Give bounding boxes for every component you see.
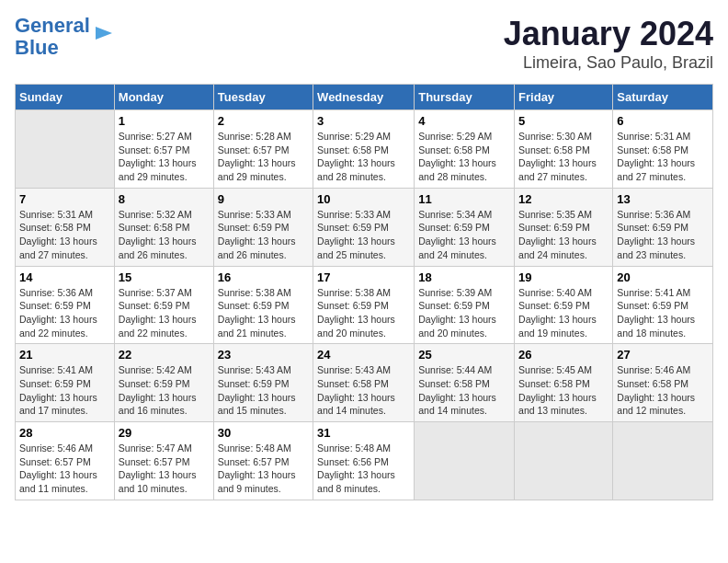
calendar-cell: 15Sunrise: 5:37 AM Sunset: 6:59 PM Dayli… xyxy=(114,266,213,344)
day-info: Sunrise: 5:48 AM Sunset: 6:56 PM Dayligh… xyxy=(317,442,410,496)
calendar-table: SundayMondayTuesdayWednesdayThursdayFrid… xyxy=(15,84,713,500)
day-info: Sunrise: 5:45 AM Sunset: 6:58 PM Dayligh… xyxy=(518,363,609,418)
day-info: Sunrise: 5:44 AM Sunset: 6:58 PM Dayligh… xyxy=(418,363,510,418)
calendar-cell: 6Sunrise: 5:31 AM Sunset: 6:58 PM Daylig… xyxy=(613,110,713,189)
calendar-cell: 18Sunrise: 5:39 AM Sunset: 6:59 PM Dayli… xyxy=(415,266,515,344)
day-number: 31 xyxy=(317,426,410,440)
day-number: 16 xyxy=(218,270,309,284)
calendar-week-row: 14Sunrise: 5:36 AM Sunset: 6:59 PM Dayli… xyxy=(16,266,713,344)
day-info: Sunrise: 5:29 AM Sunset: 6:58 PM Dayligh… xyxy=(418,130,510,184)
calendar-week-row: 7Sunrise: 5:31 AM Sunset: 6:58 PM Daylig… xyxy=(16,188,713,266)
day-number: 20 xyxy=(617,270,709,284)
day-number: 11 xyxy=(418,192,510,206)
day-info: Sunrise: 5:38 AM Sunset: 6:59 PM Dayligh… xyxy=(218,286,309,340)
day-info: Sunrise: 5:37 AM Sunset: 6:59 PM Dayligh… xyxy=(119,286,210,340)
day-info: Sunrise: 5:42 AM Sunset: 6:59 PM Dayligh… xyxy=(119,363,210,418)
day-info: Sunrise: 5:40 AM Sunset: 6:59 PM Dayligh… xyxy=(518,286,609,340)
calendar-cell: 23Sunrise: 5:43 AM Sunset: 6:59 PM Dayli… xyxy=(213,344,313,422)
day-number: 24 xyxy=(317,348,410,362)
day-info: Sunrise: 5:46 AM Sunset: 6:58 PM Dayligh… xyxy=(617,363,709,418)
day-number: 4 xyxy=(418,114,510,128)
calendar-header-tuesday: Tuesday xyxy=(213,85,313,110)
title-block: January 2024 Limeira, Sao Paulo, Brazil xyxy=(504,15,713,73)
day-number: 5 xyxy=(518,114,609,128)
calendar-cell: 16Sunrise: 5:38 AM Sunset: 6:59 PM Dayli… xyxy=(213,266,313,344)
calendar-cell: 24Sunrise: 5:43 AM Sunset: 6:58 PM Dayli… xyxy=(313,344,415,422)
day-info: Sunrise: 5:41 AM Sunset: 6:59 PM Dayligh… xyxy=(19,363,110,418)
day-number: 3 xyxy=(317,114,410,128)
day-number: 19 xyxy=(518,270,609,284)
day-info: Sunrise: 5:31 AM Sunset: 6:58 PM Dayligh… xyxy=(19,208,110,262)
day-number: 13 xyxy=(617,192,709,206)
day-number: 12 xyxy=(518,192,609,206)
calendar-cell xyxy=(515,422,613,500)
day-info: Sunrise: 5:35 AM Sunset: 6:59 PM Dayligh… xyxy=(518,208,609,262)
day-info: Sunrise: 5:39 AM Sunset: 6:59 PM Dayligh… xyxy=(418,286,510,340)
day-number: 25 xyxy=(418,348,510,362)
svg-marker-0 xyxy=(96,27,112,40)
calendar-week-row: 1Sunrise: 5:27 AM Sunset: 6:57 PM Daylig… xyxy=(16,110,713,189)
calendar-cell: 5Sunrise: 5:30 AM Sunset: 6:58 PM Daylig… xyxy=(515,110,613,189)
calendar-cell: 3Sunrise: 5:29 AM Sunset: 6:58 PM Daylig… xyxy=(313,110,415,189)
day-info: Sunrise: 5:36 AM Sunset: 6:59 PM Dayligh… xyxy=(19,286,110,340)
day-info: Sunrise: 5:43 AM Sunset: 6:59 PM Dayligh… xyxy=(218,363,309,418)
calendar-cell: 25Sunrise: 5:44 AM Sunset: 6:58 PM Dayli… xyxy=(415,344,515,422)
calendar-header-thursday: Thursday xyxy=(415,85,515,110)
page-header: GeneralBlue January 2024 Limeira, Sao Pa… xyxy=(15,15,713,73)
calendar-body: 1Sunrise: 5:27 AM Sunset: 6:57 PM Daylig… xyxy=(16,110,713,500)
calendar-week-row: 21Sunrise: 5:41 AM Sunset: 6:59 PM Dayli… xyxy=(16,344,713,422)
day-info: Sunrise: 5:48 AM Sunset: 6:57 PM Dayligh… xyxy=(218,442,309,496)
page-title: January 2024 xyxy=(504,15,713,53)
calendar-cell: 26Sunrise: 5:45 AM Sunset: 6:58 PM Dayli… xyxy=(515,344,613,422)
day-number: 27 xyxy=(617,348,709,362)
calendar-cell: 22Sunrise: 5:42 AM Sunset: 6:59 PM Dayli… xyxy=(114,344,213,422)
calendar-week-row: 28Sunrise: 5:46 AM Sunset: 6:57 PM Dayli… xyxy=(16,422,713,500)
day-info: Sunrise: 5:28 AM Sunset: 6:57 PM Dayligh… xyxy=(218,130,309,184)
day-number: 22 xyxy=(119,348,210,362)
day-info: Sunrise: 5:33 AM Sunset: 6:59 PM Dayligh… xyxy=(218,208,309,262)
calendar-cell: 4Sunrise: 5:29 AM Sunset: 6:58 PM Daylig… xyxy=(415,110,515,189)
calendar-header-sunday: Sunday xyxy=(16,85,115,110)
logo: GeneralBlue xyxy=(15,15,114,59)
calendar-cell: 1Sunrise: 5:27 AM Sunset: 6:57 PM Daylig… xyxy=(114,110,213,189)
logo-arrow-icon xyxy=(94,23,114,43)
day-number: 17 xyxy=(317,270,410,284)
calendar-cell: 7Sunrise: 5:31 AM Sunset: 6:58 PM Daylig… xyxy=(16,188,115,266)
day-number: 21 xyxy=(19,348,110,362)
day-number: 29 xyxy=(119,426,210,440)
day-number: 7 xyxy=(19,192,110,206)
day-info: Sunrise: 5:46 AM Sunset: 6:57 PM Dayligh… xyxy=(19,442,110,496)
day-number: 30 xyxy=(218,426,309,440)
page-subtitle: Limeira, Sao Paulo, Brazil xyxy=(504,53,713,73)
calendar-cell: 2Sunrise: 5:28 AM Sunset: 6:57 PM Daylig… xyxy=(213,110,313,189)
day-number: 15 xyxy=(119,270,210,284)
day-info: Sunrise: 5:27 AM Sunset: 6:57 PM Dayligh… xyxy=(119,130,210,184)
calendar-cell: 21Sunrise: 5:41 AM Sunset: 6:59 PM Dayli… xyxy=(16,344,115,422)
calendar-header-row: SundayMondayTuesdayWednesdayThursdayFrid… xyxy=(16,85,713,110)
calendar-cell: 14Sunrise: 5:36 AM Sunset: 6:59 PM Dayli… xyxy=(16,266,115,344)
calendar-cell: 28Sunrise: 5:46 AM Sunset: 6:57 PM Dayli… xyxy=(16,422,115,500)
day-number: 26 xyxy=(518,348,609,362)
logo-text: GeneralBlue xyxy=(15,15,90,59)
calendar-cell: 29Sunrise: 5:47 AM Sunset: 6:57 PM Dayli… xyxy=(114,422,213,500)
calendar-cell: 11Sunrise: 5:34 AM Sunset: 6:59 PM Dayli… xyxy=(415,188,515,266)
calendar-header-wednesday: Wednesday xyxy=(313,85,415,110)
calendar-cell: 30Sunrise: 5:48 AM Sunset: 6:57 PM Dayli… xyxy=(213,422,313,500)
day-number: 10 xyxy=(317,192,410,206)
calendar-cell: 31Sunrise: 5:48 AM Sunset: 6:56 PM Dayli… xyxy=(313,422,415,500)
day-number: 1 xyxy=(119,114,210,128)
day-info: Sunrise: 5:47 AM Sunset: 6:57 PM Dayligh… xyxy=(119,442,210,496)
day-number: 23 xyxy=(218,348,309,362)
calendar-cell: 13Sunrise: 5:36 AM Sunset: 6:59 PM Dayli… xyxy=(613,188,713,266)
day-info: Sunrise: 5:30 AM Sunset: 6:58 PM Dayligh… xyxy=(518,130,609,184)
day-info: Sunrise: 5:31 AM Sunset: 6:58 PM Dayligh… xyxy=(617,130,709,184)
calendar-cell: 10Sunrise: 5:33 AM Sunset: 6:59 PM Dayli… xyxy=(313,188,415,266)
calendar-cell: 27Sunrise: 5:46 AM Sunset: 6:58 PM Dayli… xyxy=(613,344,713,422)
day-number: 18 xyxy=(418,270,510,284)
day-number: 14 xyxy=(19,270,110,284)
day-info: Sunrise: 5:33 AM Sunset: 6:59 PM Dayligh… xyxy=(317,208,410,262)
calendar-header-monday: Monday xyxy=(114,85,213,110)
calendar-header-friday: Friday xyxy=(515,85,613,110)
day-info: Sunrise: 5:32 AM Sunset: 6:58 PM Dayligh… xyxy=(119,208,210,262)
day-info: Sunrise: 5:36 AM Sunset: 6:59 PM Dayligh… xyxy=(617,208,709,262)
